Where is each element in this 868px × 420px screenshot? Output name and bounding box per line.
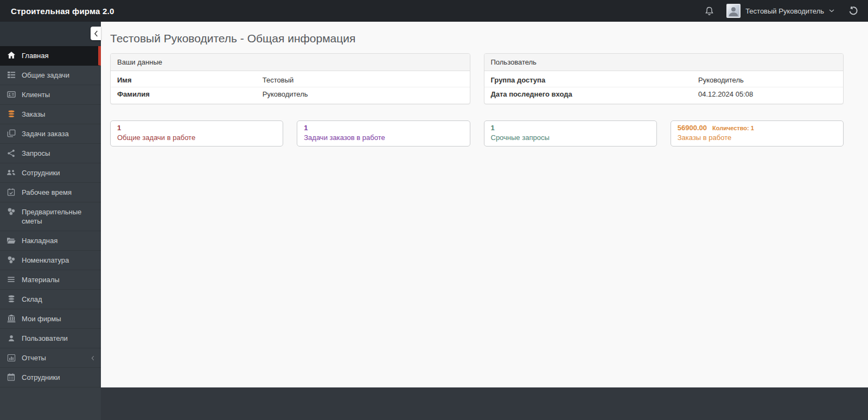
share-icon bbox=[7, 149, 16, 157]
row-label: Дата последнего входа bbox=[491, 90, 699, 98]
tasks-icon bbox=[7, 71, 16, 79]
users-icon bbox=[7, 168, 16, 177]
stat-card-value: 1 bbox=[117, 123, 276, 133]
coins-icon bbox=[7, 256, 16, 264]
sidebar-item-label: Клиенты bbox=[22, 90, 94, 99]
sidebar-header bbox=[0, 22, 101, 46]
stat-card-label: Общие задачи в работе bbox=[117, 133, 276, 143]
row-label: Фамилия bbox=[117, 90, 263, 98]
user-menu-name[interactable]: Тестовый Руководитель bbox=[745, 7, 824, 15]
sidebar-item-rabochee-vremya[interactable]: Рабочее время bbox=[0, 183, 101, 202]
sidebar-item-sotrudniki-calendar[interactable]: Сотрудники bbox=[0, 368, 101, 387]
stat-card-quantity: Количество: 1 bbox=[712, 123, 754, 133]
sidebar-item-zadachi-zakaza[interactable]: Задачи заказа bbox=[0, 124, 101, 144]
calendar-check-icon bbox=[7, 188, 16, 196]
sidebar-item-label: Сотрудники bbox=[22, 168, 94, 177]
stat-card-value: 1 bbox=[491, 123, 650, 133]
sidebar-collapse-button[interactable] bbox=[91, 27, 101, 40]
stat-card-top: 56900.00 Количество: 1 bbox=[678, 123, 837, 133]
sidebar-item-sotrudniki[interactable]: Сотрудники bbox=[0, 163, 101, 183]
chevron-left-icon bbox=[91, 355, 94, 361]
sidebar-item-zaprosy[interactable]: Запросы bbox=[0, 144, 101, 163]
main-content: Тестовый Руководитель - Общая информация… bbox=[101, 22, 868, 387]
stat-card-orders-in-progress[interactable]: 56900.00 Количество: 1 Заказы в работе bbox=[671, 120, 844, 147]
sidebar-item-label: Накладная bbox=[22, 236, 94, 245]
stat-card-urgent-requests[interactable]: 1 Срочные запросы bbox=[484, 120, 657, 147]
sidebar-item-label: Сотрудники bbox=[22, 373, 94, 382]
table-row: Дата последнего входа 04.12.2024 05:08 bbox=[484, 87, 844, 101]
sidebar-item-moi-firmy[interactable]: Мои фирмы bbox=[0, 309, 101, 329]
panel-your-data-title: Ваши данные bbox=[111, 54, 470, 71]
sidebar-item-label: Предварительные сметы bbox=[22, 207, 94, 226]
coins-icon bbox=[7, 207, 16, 216]
stat-card-label: Задачи заказов в работе bbox=[304, 133, 463, 143]
page-title: Тестовый Руководитель - Общая информация bbox=[110, 32, 844, 45]
sidebar-item-klienty[interactable]: Клиенты bbox=[0, 85, 101, 105]
sidebar-item-label: Мои фирмы bbox=[22, 314, 94, 323]
sidebar-item-obshchie-zadachi[interactable]: Общие задачи bbox=[0, 66, 101, 85]
table-row: Фамилия Руководитель bbox=[111, 87, 470, 101]
row-label: Группа доступа bbox=[491, 76, 699, 84]
stat-card-general-tasks[interactable]: 1 Общие задачи в работе bbox=[110, 120, 283, 147]
sidebar-item-polzovateli[interactable]: Пользователи bbox=[0, 329, 101, 348]
home-icon bbox=[7, 51, 16, 60]
table-row: Имя Тестовый bbox=[111, 73, 470, 87]
sidebar-item-zakazy[interactable]: Заказы bbox=[0, 105, 101, 124]
clone-icon bbox=[7, 129, 16, 138]
sidebar-item-materialy[interactable]: Материалы bbox=[0, 270, 101, 290]
row-label: Имя bbox=[117, 76, 263, 84]
sidebar-item-label: Склад bbox=[22, 295, 94, 304]
sidebar-item-predvaritelnye-smety[interactable]: Предварительные сметы bbox=[0, 202, 101, 231]
sidebar-item-label: Пользователи bbox=[22, 334, 94, 343]
topbar-user-area: Тестовый Руководитель bbox=[704, 4, 858, 18]
sidebar-item-label: Номенклатура bbox=[22, 256, 94, 265]
panel-your-data: Ваши данные Имя Тестовый Фамилия Руковод… bbox=[110, 53, 470, 104]
row-value: Руководитель bbox=[698, 76, 837, 84]
avatar[interactable] bbox=[726, 4, 741, 18]
sidebar-item-label: Заказы bbox=[22, 110, 94, 119]
rotate-left-icon[interactable] bbox=[848, 6, 858, 16]
row-value: Тестовый bbox=[263, 76, 463, 84]
list-icon bbox=[7, 275, 16, 284]
stat-card-order-tasks[interactable]: 1 Задачи заказов в работе bbox=[297, 120, 470, 147]
user-icon bbox=[7, 334, 16, 342]
topbar: Строительная фирма 2.0 Тестовый Руководи… bbox=[0, 0, 868, 22]
stat-card-value: 56900.00 bbox=[678, 123, 707, 133]
database-icon bbox=[7, 110, 16, 118]
sidebar-item-label: Задачи заказа bbox=[22, 129, 94, 138]
sidebar-item-label: Общие задачи bbox=[22, 71, 94, 80]
app-brand: Строительная фирма 2.0 bbox=[11, 7, 114, 16]
sidebar-item-label: Отчеты bbox=[22, 353, 85, 362]
table-row: Группа доступа Руководитель bbox=[484, 73, 844, 87]
sidebar-item-nakladnaya[interactable]: Накладная bbox=[0, 231, 101, 251]
sidebar-nav: Главная Общие задачи Клиенты bbox=[0, 46, 101, 387]
sidebar-item-sklad[interactable]: Склад bbox=[0, 290, 101, 309]
panel-user: Пользователь Группа доступа Руководитель… bbox=[484, 53, 844, 104]
sidebar-item-glavnaya[interactable]: Главная bbox=[0, 46, 101, 66]
sidebar-item-label: Главная bbox=[22, 51, 92, 60]
calendar-icon bbox=[7, 373, 16, 381]
sidebar-item-label: Рабочее время bbox=[22, 188, 94, 197]
sidebar-item-nomenklatura[interactable]: Номенклатура bbox=[0, 251, 101, 270]
stat-card-label: Срочные запросы bbox=[491, 133, 650, 143]
sidebar-item-otchety[interactable]: Отчеты bbox=[0, 348, 101, 368]
panel-your-data-body: Имя Тестовый Фамилия Руководитель bbox=[111, 71, 470, 104]
sidebar-item-label: Запросы bbox=[22, 149, 94, 158]
sidebar-item-label: Материалы bbox=[22, 275, 94, 284]
chevron-down-icon[interactable] bbox=[829, 9, 834, 12]
chart-bar-icon bbox=[7, 353, 16, 362]
bell-icon[interactable] bbox=[704, 6, 714, 16]
folder-open-icon bbox=[7, 236, 16, 245]
row-value: Руководитель bbox=[263, 90, 463, 98]
panel-user-body: Группа доступа Руководитель Дата последн… bbox=[484, 71, 844, 104]
stat-card-label: Заказы в работе bbox=[678, 133, 837, 143]
stat-cards-row: 1 Общие задачи в работе 1 Задачи заказов… bbox=[110, 120, 844, 147]
info-panels-row: Ваши данные Имя Тестовый Фамилия Руковод… bbox=[110, 53, 844, 104]
sidebar: Главная Общие задачи Клиенты bbox=[0, 22, 101, 420]
id-card-icon bbox=[7, 90, 16, 99]
stack-icon bbox=[7, 295, 16, 303]
panel-user-title: Пользователь bbox=[484, 54, 844, 71]
bank-icon bbox=[7, 314, 16, 323]
stat-card-value: 1 bbox=[304, 123, 463, 133]
row-value: 04.12.2024 05:08 bbox=[698, 90, 837, 98]
